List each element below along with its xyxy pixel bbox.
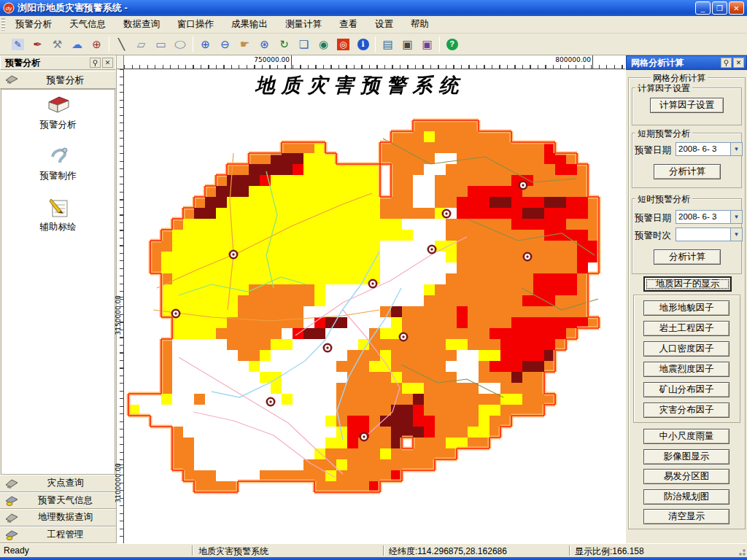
map-view: 地质灾害预警系统 <box>124 69 625 543</box>
action-button-3[interactable]: 易发分区图 <box>643 469 729 484</box>
zoom-extent-button[interactable]: ⊛ <box>255 36 274 53</box>
zoom-extent-icon: ⊛ <box>260 39 269 50</box>
layers-button[interactable]: ❏ <box>295 36 313 53</box>
factor-settings-button[interactable]: 计算因子设置 <box>650 98 724 113</box>
menu-item-3[interactable]: 数据查询 <box>115 16 169 33</box>
menu-item-8[interactable]: 设置 <box>366 16 402 33</box>
left-panel-list: 预警分析预警制作辅助标绘 <box>1 89 115 475</box>
factor-button-4[interactable]: 地震烈度因子 <box>643 362 729 377</box>
window-title: 浏阳市地质灾害预警系统 - <box>18 1 128 15</box>
left-section-4[interactable]: 工程管理 <box>0 526 116 544</box>
warning-analysis-icon <box>45 93 71 117</box>
polygon-tool-button[interactable]: ▱ <box>132 36 150 53</box>
factor-button-5[interactable]: 矿山分布因子 <box>643 382 729 397</box>
close-button[interactable]: ✕ <box>729 1 744 15</box>
menu-item-6[interactable]: 测量计算 <box>276 16 330 33</box>
weather-info-icon <box>4 494 19 506</box>
left-close-icon[interactable]: ✕ <box>102 58 113 68</box>
right-pin-icon[interactable] <box>721 58 732 68</box>
globe-button[interactable]: ◉ <box>314 36 333 53</box>
image-map-button[interactable]: ▤ <box>379 36 397 53</box>
app-logo-icon: dy <box>3 2 15 14</box>
info-button[interactable]: ℹ <box>354 36 372 53</box>
left-section-label: 预警天气信息 <box>19 494 112 507</box>
short-time-times-combo[interactable]: ▼ <box>676 228 743 241</box>
menu-item-2[interactable]: 天气信息 <box>61 16 115 33</box>
left-panel-title: 预警分析 <box>5 57 40 69</box>
print-button[interactable]: ▣ <box>398 36 417 53</box>
menu-item-7[interactable]: 查看 <box>330 16 366 33</box>
action-button-4[interactable]: 防治规划图 <box>643 489 729 505</box>
cloud-button[interactable]: ☁ <box>68 36 86 53</box>
resize-grip[interactable] <box>737 547 746 556</box>
factor-settings-legend: 计算因子设置 <box>635 82 692 95</box>
ellipse-tool-button[interactable]: ◯ <box>171 36 190 53</box>
factor-button-1[interactable]: 地形地貌因子 <box>643 300 729 316</box>
left-item-1[interactable]: 预警分析 <box>1 93 115 131</box>
left-section-1[interactable]: 灾点查询 <box>0 475 116 492</box>
left-item-3[interactable]: 辅助标绘 <box>1 195 115 233</box>
factor-button-3[interactable]: 人口密度因子 <box>643 341 729 357</box>
short-time-date-combo[interactable]: 2008- 6- 3 ▼ <box>676 210 743 224</box>
zoom-in-button[interactable]: ⊕ <box>196 36 214 53</box>
left-pin-icon[interactable] <box>90 58 101 68</box>
chevron-down-icon[interactable]: ▼ <box>730 211 742 223</box>
pan-icon: ☛ <box>240 39 249 50</box>
pick-tool-button[interactable]: ⚒ <box>48 36 66 53</box>
menu-item-4[interactable]: 窗口操作 <box>169 16 222 33</box>
stop-button[interactable]: ◎ <box>334 36 352 53</box>
status-scale: 显示比例:166.158 <box>575 545 644 558</box>
edit-map-button[interactable]: ✎ <box>9 36 27 53</box>
refresh-button[interactable]: ↻ <box>275 36 293 53</box>
ruler-major-tick <box>291 55 292 69</box>
short-term-date-combo[interactable]: 2008- 6- 3 ▼ <box>676 142 743 156</box>
help-button[interactable]: ? <box>443 36 461 53</box>
chevron-down-icon[interactable]: ▼ <box>730 228 742 241</box>
window-controls: _❐✕ <box>695 1 744 15</box>
toolbar-separator <box>375 36 376 52</box>
application-window: dy 浏阳市地质灾害预警系统 - _❐✕ 预警分析天气信息数据查询窗口操作成果输… <box>0 0 747 560</box>
print-setup-button[interactable]: ▣ <box>418 36 436 53</box>
left-panel-sections: 灾点查询预警天气信息地理数据查询工程管理 <box>0 475 116 543</box>
short-time-times-label: 预警时次 <box>635 230 671 242</box>
left-panel-header[interactable]: 预警分析 <box>0 71 116 89</box>
line-tool-button[interactable]: ╲ <box>112 36 131 53</box>
left-section-3[interactable]: 地理数据查询 <box>0 509 116 526</box>
locate-button[interactable]: ⊕ <box>88 36 106 53</box>
menu-item-5[interactable]: 成果输出 <box>222 16 276 33</box>
action-button-5[interactable]: 清空显示 <box>643 509 729 524</box>
short-term-date-value: 2008- 6- 3 <box>676 143 730 155</box>
toolbar-separator <box>193 36 193 52</box>
menu-grip[interactable] <box>1 18 5 31</box>
right-close-icon[interactable]: ✕ <box>733 58 744 68</box>
right-panel-title: 网格分析计算 <box>631 57 684 69</box>
left-section-label: 工程管理 <box>19 529 112 541</box>
paint-button[interactable]: ✒ <box>28 36 47 53</box>
chevron-down-icon[interactable]: ▼ <box>730 143 742 155</box>
left-panel: 预警分析 ✕ 预警分析 预警分析预警制作辅助标绘 灾点查询预警天气信息地理数据查… <box>0 55 117 543</box>
zoom-out-button[interactable]: ⊖ <box>216 36 234 53</box>
toolbar-separator <box>439 36 440 52</box>
short-term-analyze-button[interactable]: 分析计算 <box>654 164 721 179</box>
action-button-2[interactable]: 影像图显示 <box>643 449 729 464</box>
restore-button[interactable]: ❐ <box>712 1 727 15</box>
zoom-in-icon: ⊕ <box>201 39 210 50</box>
rect-tool-button[interactable]: ▭ <box>152 36 170 53</box>
vertical-ruler: 3150000.003100000.00 <box>117 69 124 543</box>
action-button-1[interactable]: 中小尺度雨量 <box>643 429 729 444</box>
image-map-icon: ▤ <box>382 39 392 50</box>
pan-button[interactable]: ☛ <box>236 36 254 53</box>
factor-button-6[interactable]: 灾害分布因子 <box>643 402 729 418</box>
left-panel-caption: 预警分析 ✕ <box>0 55 116 70</box>
geo-factor-display-button[interactable]: 地质因子的显示 <box>643 276 732 292</box>
left-item-label: 预警制作 <box>1 170 115 182</box>
menu-item-9[interactable]: 帮助 <box>402 16 438 33</box>
menu-item-1[interactable]: 预警分析 <box>7 16 61 33</box>
minimize-button[interactable]: _ <box>695 1 711 15</box>
status-doc-name: 地质灾害预警系统 <box>198 545 268 558</box>
left-item-2[interactable]: 预警制作 <box>1 144 115 182</box>
left-section-2[interactable]: 预警天气信息 <box>0 492 116 510</box>
map-canvas[interactable] <box>124 69 625 543</box>
short-time-analyze-button[interactable]: 分析计算 <box>654 249 721 265</box>
factor-button-2[interactable]: 岩土工程因子 <box>643 321 729 336</box>
